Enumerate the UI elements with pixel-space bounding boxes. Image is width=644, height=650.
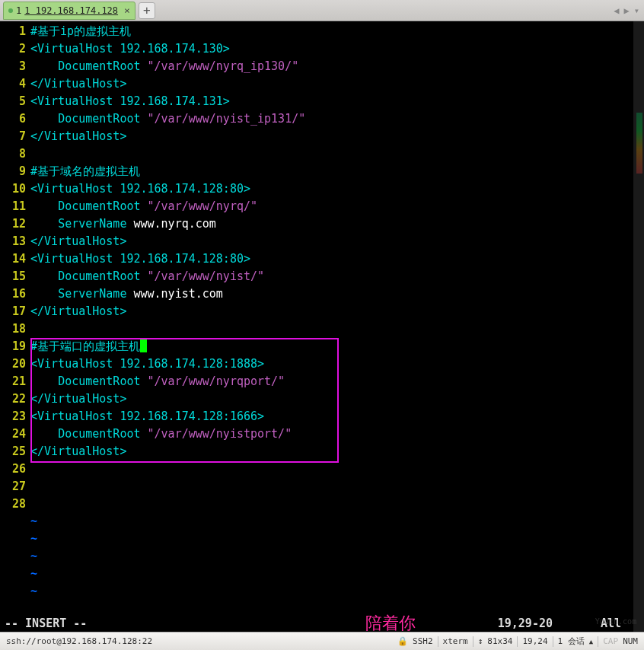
line-gutter: 1234567891011121314151617181920212223242… bbox=[0, 21, 30, 632]
code-line[interactable]: DocumentRoot "/var/www/nyist/" bbox=[30, 268, 633, 285]
code-line[interactable]: #基于域名的虚拟主机 bbox=[30, 163, 633, 180]
code-line[interactable]: </VirtualHost> bbox=[30, 128, 633, 145]
code-line[interactable]: </VirtualHost> bbox=[30, 233, 633, 250]
close-icon[interactable]: × bbox=[124, 5, 130, 15]
vim-tilde: ~ bbox=[30, 513, 633, 531]
vim-mode: -- INSERT -- bbox=[5, 617, 87, 630]
vim-tilde: ~ bbox=[30, 583, 633, 601]
tab-title: 1 192.168.174.128 bbox=[24, 5, 118, 16]
status-num: NUM bbox=[623, 636, 638, 646]
status-protocol: SSH2 bbox=[413, 636, 433, 646]
watermark-site: Yuucn.com bbox=[595, 617, 636, 626]
code-line[interactable]: DocumentRoot "/var/www/nyrq_ip130/" bbox=[30, 58, 633, 75]
code-line[interactable]: DocumentRoot "/var/www/nyrq/" bbox=[30, 198, 633, 215]
line-number: 10 bbox=[0, 180, 26, 198]
code-line[interactable]: #基于ip的虚拟主机 bbox=[30, 23, 633, 40]
line-number: 11 bbox=[0, 198, 26, 215]
line-number: 17 bbox=[0, 303, 26, 320]
tab-bar: 1 1 192.168.174.128 × + ◀ ▶ ▾ bbox=[0, 0, 644, 21]
scrollbar[interactable] bbox=[633, 21, 644, 632]
code-line[interactable]: ServerName www.nyrq.com bbox=[30, 215, 633, 233]
line-number: 12 bbox=[0, 215, 26, 233]
tab-active[interactable]: 1 1 192.168.174.128 × bbox=[3, 2, 135, 20]
status-caps: CAP bbox=[603, 636, 618, 646]
status-cursor: 19,24 bbox=[522, 636, 547, 646]
vim-tilde: ~ bbox=[30, 548, 633, 566]
line-number: 21 bbox=[0, 373, 26, 390]
code-area[interactable]: #基于ip的虚拟主机<VirtualHost 192.168.174.130> … bbox=[30, 21, 633, 632]
new-tab-button[interactable]: + bbox=[139, 2, 155, 19]
code-line[interactable] bbox=[30, 495, 633, 513]
line-number: 20 bbox=[0, 355, 26, 373]
line-number: 3 bbox=[0, 58, 26, 75]
line-number: 14 bbox=[0, 250, 26, 268]
status-size: 81x34 bbox=[487, 636, 512, 646]
line-number: 23 bbox=[0, 408, 26, 425]
code-line[interactable] bbox=[30, 145, 633, 163]
code-line[interactable]: </VirtualHost> bbox=[30, 390, 633, 408]
line-number: 8 bbox=[0, 145, 26, 163]
line-number: 16 bbox=[0, 285, 26, 303]
code-line[interactable]: DocumentRoot "/var/www/nyist_ip131/" bbox=[30, 110, 633, 128]
line-number: 6 bbox=[0, 110, 26, 128]
status-term: xterm bbox=[443, 636, 468, 646]
cursor bbox=[140, 339, 147, 352]
line-number: 1 bbox=[0, 23, 26, 40]
line-number: 28 bbox=[0, 495, 26, 513]
line-number: 5 bbox=[0, 93, 26, 110]
code-line[interactable]: <VirtualHost 192.168.174.128:1888> bbox=[30, 355, 633, 373]
terminal[interactable]: 1234567891011121314151617181920212223242… bbox=[0, 21, 644, 632]
tab-index: 1 bbox=[16, 5, 21, 16]
code-line[interactable] bbox=[30, 320, 633, 338]
code-line[interactable]: </VirtualHost> bbox=[30, 303, 633, 320]
code-line[interactable] bbox=[30, 460, 633, 478]
line-number: 18 bbox=[0, 320, 26, 338]
code-line[interactable]: #基于端口的虚拟主机 bbox=[30, 338, 633, 355]
code-line[interactable]: <VirtualHost 192.168.174.128:80> bbox=[30, 250, 633, 268]
chevron-up-icon[interactable]: ▲ bbox=[589, 638, 593, 645]
code-line[interactable]: ServerName www.nyist.com bbox=[30, 285, 633, 303]
code-line[interactable]: <VirtualHost 192.168.174.128:1666> bbox=[30, 408, 633, 425]
code-line[interactable]: <VirtualHost 192.168.174.131> bbox=[30, 93, 633, 110]
lock-icon: 🔒 bbox=[397, 636, 408, 646]
status-bar: ssh://root@192.168.174.128:22 🔒 SSH2 xte… bbox=[0, 632, 644, 650]
status-session: 1 会话 bbox=[558, 636, 585, 647]
line-number: 19 bbox=[0, 338, 26, 355]
line-number: 24 bbox=[0, 425, 26, 443]
code-line[interactable]: <VirtualHost 192.168.174.130> bbox=[30, 40, 633, 58]
resize-icon: ↕ bbox=[478, 636, 483, 646]
vim-status-line: -- INSERT -- 陪着你 19,29-20 All Yuucn.com bbox=[0, 614, 644, 632]
vim-tilde: ~ bbox=[30, 531, 633, 548]
line-number: 26 bbox=[0, 460, 26, 478]
line-number: 9 bbox=[0, 163, 26, 180]
code-line[interactable]: DocumentRoot "/var/www/nyrqport/" bbox=[30, 373, 633, 390]
nav-prev-icon[interactable]: ◀ bbox=[614, 5, 619, 16]
minimap bbox=[636, 113, 642, 174]
line-number: 7 bbox=[0, 128, 26, 145]
tab-status-dot bbox=[8, 8, 13, 13]
nav-next-icon[interactable]: ▶ bbox=[624, 5, 630, 16]
watermark-text: 陪着你 bbox=[365, 612, 416, 635]
line-number: 4 bbox=[0, 75, 26, 93]
code-line[interactable] bbox=[30, 478, 633, 495]
code-line[interactable]: </VirtualHost> bbox=[30, 443, 633, 460]
line-number: 13 bbox=[0, 233, 26, 250]
line-number: 25 bbox=[0, 443, 26, 460]
vim-tilde: ~ bbox=[30, 566, 633, 583]
line-number: 27 bbox=[0, 478, 26, 495]
line-number: 22 bbox=[0, 390, 26, 408]
vim-cursor-pos: 19,29-20 bbox=[498, 617, 553, 630]
line-number: 2 bbox=[0, 40, 26, 58]
code-line[interactable]: DocumentRoot "/var/www/nyistport/" bbox=[30, 425, 633, 443]
line-number: 15 bbox=[0, 268, 26, 285]
tab-menu-icon[interactable]: ▾ bbox=[634, 5, 639, 16]
status-connection: ssh://root@192.168.174.128:22 bbox=[6, 636, 152, 646]
code-line[interactable]: <VirtualHost 192.168.174.128:80> bbox=[30, 180, 633, 198]
code-line[interactable]: </VirtualHost> bbox=[30, 75, 633, 93]
